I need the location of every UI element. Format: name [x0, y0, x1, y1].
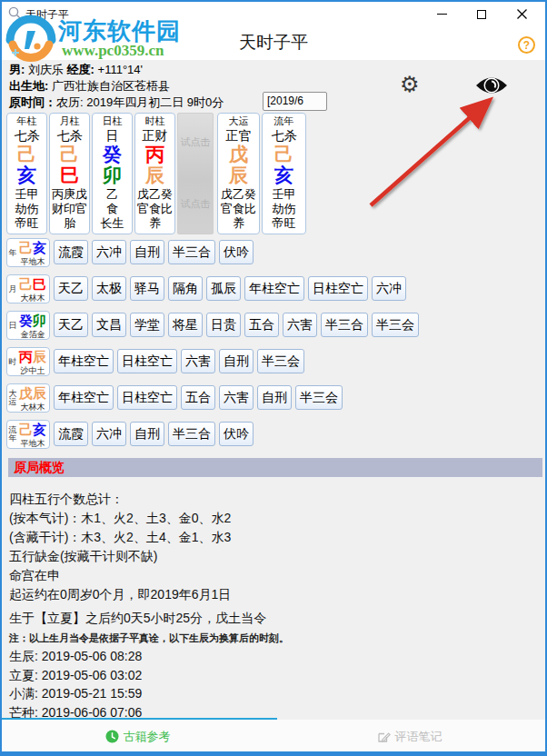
tag-button[interactable]: 自刑	[130, 422, 164, 446]
notes-label: 评语笔记	[395, 729, 443, 745]
tag-button[interactable]: 半三合	[168, 422, 215, 446]
tag-button[interactable]: 日柱空亡	[117, 385, 177, 410]
solar-term-line: 立夏: 2019-05-06 03:02	[9, 666, 142, 685]
minimize-button[interactable]	[422, 2, 462, 26]
tag-button[interactable]: 学堂	[130, 313, 164, 337]
row-pillar-chars: 己亥	[17, 422, 48, 437]
pillar-hidden-gods: 财印官	[52, 202, 87, 216]
tag-button[interactable]: 伏吟	[219, 240, 254, 264]
tag-button[interactable]: 半三会	[295, 385, 343, 410]
relation-row: 年己亥平地木流霞六冲自刑半三合伏吟	[2, 238, 545, 267]
row-label-box[interactable]: 年己亥平地木	[6, 238, 50, 267]
row-label-box[interactable]: 流年己亥平地木	[6, 420, 50, 449]
info-text: 原时间：	[9, 95, 56, 109]
tag-button[interactable]: 伏吟	[219, 422, 254, 446]
placeholder-column[interactable]: 试点击试点击	[177, 113, 214, 234]
row-label-box[interactable]: 时丙辰沙中土	[6, 347, 50, 376]
pillar-branch: 亥	[274, 164, 293, 185]
tag-button[interactable]: 将星	[168, 313, 203, 337]
ancient-reference-tab[interactable]: 古籍参考	[2, 720, 274, 753]
row-pillar-chars: 己巳	[17, 276, 48, 292]
row-label-box[interactable]: 大运戊辰大林木	[6, 383, 50, 413]
tag-button[interactable]: 自刑	[219, 349, 254, 373]
tag-button[interactable]: 六冲	[372, 276, 406, 301]
eye-icon[interactable]	[474, 72, 509, 103]
tag-button[interactable]: 太极	[92, 276, 126, 301]
tag-button[interactable]: 六害	[181, 349, 215, 373]
tag-button[interactable]: 日贵	[206, 313, 241, 337]
tag-button[interactable]: 隔角	[168, 276, 203, 301]
pillar-stage: 养	[233, 216, 244, 231]
watermark-site-url: www.pc0359.cn	[62, 42, 164, 60]
pillar-column[interactable]: 日柱日癸卯乙食长生	[92, 113, 133, 234]
tag-button[interactable]: 流霞	[54, 240, 88, 264]
solar-term-dates: 生辰: 2019-05-06 08:28立夏: 2019-05-06 03:02…	[9, 647, 142, 721]
tag-button[interactable]: 年柱空亡	[54, 385, 114, 410]
pillar-column[interactable]: 年柱七杀己亥壬甲劫伤帝旺	[6, 113, 47, 234]
tag-button[interactable]: 五合	[244, 313, 279, 337]
row-tags: 流霞六冲自刑半三合伏吟	[54, 422, 254, 446]
tag-button[interactable]: 半三合	[321, 313, 368, 337]
relation-row: 日癸卯金箔金天乙文昌学堂将星日贵五合六害半三合半三会	[2, 311, 545, 340]
notes-tab[interactable]: 评语笔记	[274, 720, 545, 753]
relation-row: 时丙辰沙中土年柱空亡日柱空亡六害自刑半三会	[2, 347, 545, 376]
pillar-hidden-stems: 丙庚戊	[52, 187, 87, 202]
overview-line: 起运约在0周岁0个月，即2019年6月1日	[9, 585, 231, 604]
pillar-hidden-stems: 戊乙癸	[137, 187, 173, 202]
pillar-stem: 戊	[229, 144, 248, 164]
pillar-hidden-stems: 壬甲	[273, 187, 296, 202]
tag-button[interactable]: 天乙	[54, 313, 88, 337]
placeholder-hint: 试点击	[178, 197, 213, 211]
row-label-box[interactable]: 月己巳大林木	[6, 274, 50, 303]
pillar-stage: 帝旺	[273, 216, 296, 231]
tag-button[interactable]: 五合	[181, 385, 215, 410]
pillar-column[interactable]: 时柱正财丙辰戊乙癸官食比养	[134, 113, 175, 234]
tag-button[interactable]: 自刑	[130, 240, 164, 264]
pillar-stage: 帝旺	[15, 216, 39, 231]
tag-button[interactable]: 驿马	[130, 276, 164, 301]
tag-button[interactable]: 六冲	[92, 422, 126, 446]
row-label-box[interactable]: 日癸卯金箔金	[6, 311, 50, 340]
help-icon[interactable]: ?	[518, 36, 535, 54]
row-branch: 辰	[33, 385, 46, 401]
pillar-column[interactable]: 大运正官戊辰戊乙癸官食比养	[217, 113, 260, 234]
pillar-hidden-gods: 食	[106, 202, 118, 216]
tag-button[interactable]: 文昌	[92, 313, 126, 337]
pillar-column[interactable]: 月柱七杀己巳丙庚戊财印官胎	[49, 113, 90, 234]
pillar-god: 七杀	[57, 127, 83, 144]
tag-button[interactable]: 流霞	[54, 422, 88, 446]
close-button[interactable]	[502, 2, 542, 26]
tag-button[interactable]: 天乙	[54, 276, 88, 301]
row-branch: 巳	[33, 276, 46, 292]
tag-button[interactable]: 自刑	[257, 385, 292, 410]
pillar-stage: 长生	[101, 216, 124, 231]
pillar-stem: 己	[274, 144, 293, 164]
tag-button[interactable]: 半三合	[168, 240, 215, 264]
overview-line: 命宫在申	[9, 566, 231, 585]
pillar-hidden-gods: 劫伤	[273, 202, 296, 216]
tag-button[interactable]: 日柱空亡	[117, 349, 177, 373]
row-branch: 辰	[33, 349, 46, 364]
tag-button[interactable]: 半三会	[257, 349, 304, 373]
date-badge[interactable]: [2019/6	[263, 92, 327, 111]
pillar-column[interactable]: 流年七杀己亥壬甲劫伤帝旺	[262, 113, 306, 234]
tag-button[interactable]: 半三会	[372, 313, 419, 337]
info-text: +111°14'	[94, 63, 143, 76]
tag-button[interactable]: 六冲	[92, 240, 126, 264]
tag-button[interactable]: 日柱空亡	[308, 276, 368, 301]
settings-gear-icon[interactable]: ⚙	[400, 74, 420, 95]
pillar-hidden-gods: 劫伤	[15, 202, 39, 216]
tag-button[interactable]: 年柱空亡	[244, 276, 304, 301]
tag-button[interactable]: 年柱空亡	[54, 349, 114, 373]
tag-button[interactable]: 六害	[219, 385, 254, 410]
relation-row: 月己巳大林木天乙太极驿马隔角孤辰年柱空亡日柱空亡六冲	[2, 274, 545, 303]
row-stem: 戊	[19, 385, 33, 401]
row-nayin: 大林木	[15, 293, 50, 304]
info-text: 刘庆乐	[25, 63, 66, 76]
pillar-header: 日柱	[103, 115, 123, 127]
overview-lines: 四柱五行个数总计：(按本气计)：木1、火2、土3、金0、水2(含藏干计)：木3、…	[9, 490, 231, 604]
placeholder-hint: 试点击	[178, 135, 213, 149]
maximize-button[interactable]	[462, 2, 502, 26]
tag-button[interactable]: 孤辰	[206, 276, 241, 301]
tag-button[interactable]: 六害	[283, 313, 317, 337]
